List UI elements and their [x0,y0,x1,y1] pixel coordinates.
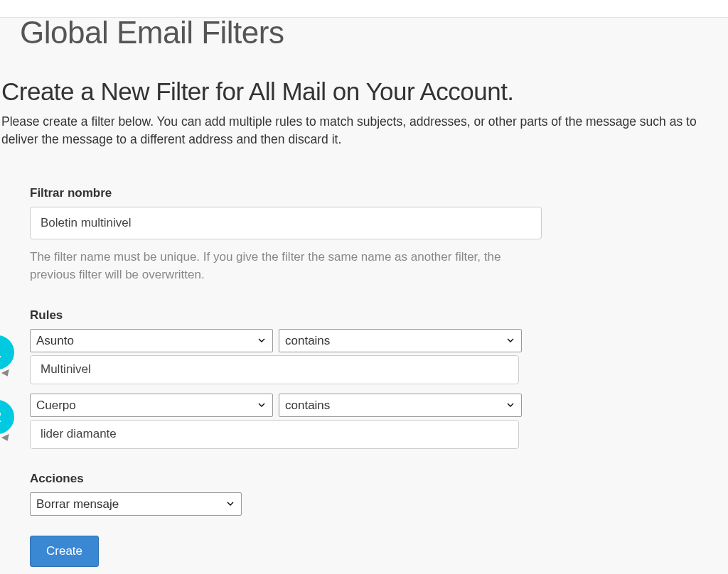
filter-form: Filtrar nombre The filter name must be u… [30,186,542,567]
rule-number-badge: 2 [0,400,14,434]
rule-value-input[interactable] [30,355,519,384]
action-select[interactable]: Borrar mensaje [30,492,242,516]
rule-field-select[interactable]: Cuerpo [30,394,273,417]
rule-operator-select[interactable]: contains [279,394,522,417]
rule-selects: Cuerpo contains [30,394,522,417]
rules-label: Rules [30,308,542,323]
page-title: Global Email Filters [20,15,728,50]
rule-value-input[interactable] [30,420,519,449]
rule-field-select[interactable]: Asunto [30,329,273,352]
page-description: Please create a filter below. You can ad… [1,113,728,149]
rule-selects: Asunto contains [30,329,522,352]
filter-name-label: Filtrar nombre [30,186,542,200]
section-heading: Create a New Filter for All Mail on Your… [1,77,728,106]
rule-row-2: 2 Cuerpo contains [30,394,542,449]
main-content: Global Email Filters Create a New Filter… [0,15,728,567]
create-button[interactable]: Create [30,536,99,567]
rule-row-1: 1 Asunto contains [30,329,542,384]
filter-name-help: The filter name must be unique. If you g… [30,248,542,284]
actions-label: Acciones [30,472,542,486]
rule-operator-select[interactable]: contains [279,329,522,352]
rule-number-badge: 1 [0,335,14,369]
filter-name-input[interactable] [30,207,542,239]
